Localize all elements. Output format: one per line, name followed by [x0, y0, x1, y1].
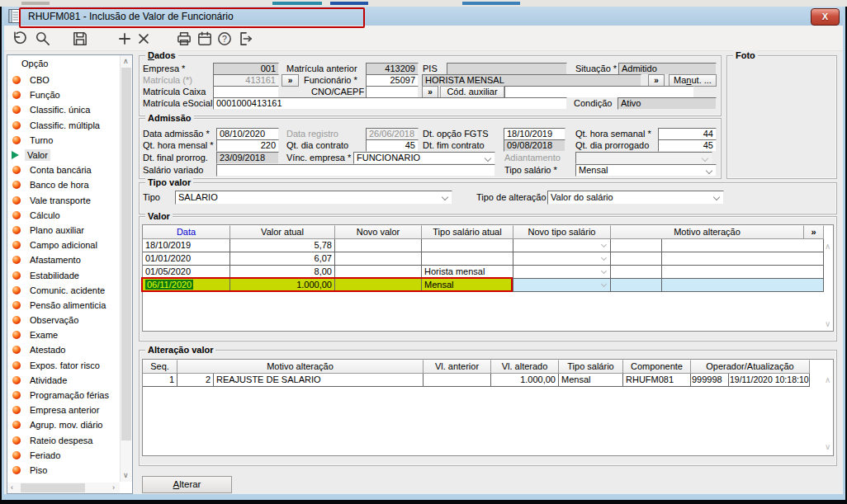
vinc-empresa-select[interactable]: FUNCIONARIO [353, 152, 495, 164]
sidebar-item-plano-auxiliar[interactable]: Plano auxiliar [8, 223, 120, 238]
cell-motivo-cod[interactable] [611, 266, 662, 279]
sidebar-item-rateio-despesa[interactable]: Rateio despesa [8, 433, 120, 448]
qt-hora-semanal-field[interactable]: 44 [658, 128, 717, 140]
sidebar-item-classific-unica[interactable]: Classific. única [8, 102, 120, 117]
matricula-field[interactable]: 413161 [213, 74, 279, 87]
valor-scroll-down-icon[interactable]: ∨ [825, 320, 830, 328]
cell-seq[interactable]: 1 [143, 374, 177, 387]
alt-header-motivo[interactable]: Motivo alteração [177, 360, 424, 374]
sidebar-item-comunic-acidente[interactable]: Comunic. acidente [8, 283, 120, 298]
data-registro-field[interactable]: 26/06/2018 [366, 128, 419, 140]
dt-fim-contrato-field[interactable]: 09/08/2018 [504, 139, 565, 152]
cod-auxiliar-header[interactable]: Cód. auxiliar [440, 86, 504, 98]
cell-motivo-cod[interactable]: 2 [177, 374, 214, 387]
alt-header-tipo-salario[interactable]: Tipo salário [559, 360, 623, 374]
valor-header-tipo-salario-atual[interactable]: Tipo salário atual [422, 225, 513, 239]
sidebar-item-classific-multipla[interactable]: Classific. múltipla [8, 118, 120, 133]
adiantamento-select[interactable] [575, 152, 712, 164]
sidebar-item-afastamento[interactable]: Afastamento [8, 252, 120, 267]
sidebar-item-atestado[interactable]: Atestado [8, 342, 120, 357]
cell-data[interactable]: 18/10/2019 [143, 239, 230, 252]
alt-header-componente[interactable]: Componente [623, 360, 691, 374]
alteracao-scroll-down-icon[interactable]: ∨ [825, 443, 830, 451]
empresa-field[interactable]: 001 [213, 63, 279, 75]
cell-motivo[interactable] [662, 252, 824, 266]
scroll-right-icon[interactable]: › [112, 484, 115, 492]
sidebar-item-conta-bancaria[interactable]: Conta bancária [8, 163, 120, 177]
alt-header-seq[interactable]: Seq. [143, 360, 177, 374]
cell-componente[interactable]: RHUFM081 [623, 374, 691, 387]
cell-atualizacao[interactable]: 19/11/2020 10:18:10 [729, 374, 810, 387]
cell-novo-valor[interactable] [335, 239, 422, 252]
valor-header-valor-atual[interactable]: Valor atual [230, 225, 335, 239]
condicao-field[interactable]: Ativo [618, 97, 717, 110]
valor-header-data[interactable]: Data [143, 225, 230, 239]
cell-motivo-cod[interactable] [611, 239, 662, 252]
sidebar-item-cbo[interactable]: CBO [8, 73, 120, 87]
valor-header-novo-valor[interactable]: Novo valor [335, 225, 422, 239]
sidebar-horizontal-scroll-thumb[interactable] [21, 483, 85, 492]
undo-icon[interactable] [11, 30, 29, 48]
funcionario-lookup-button[interactable]: » [648, 74, 665, 87]
matricula-caixa-field[interactable] [213, 86, 279, 98]
matricula-lookup-button[interactable]: » [282, 74, 299, 87]
sidebar-item-empresa-anterior[interactable]: Empresa anterior [8, 403, 120, 417]
sidebar-item-clipped[interactable] [8, 478, 120, 481]
situacao-field[interactable]: Admitido [618, 63, 717, 75]
valor-header-novo-tipo-salario[interactable]: Novo tipo salário [513, 225, 611, 239]
cell-novo-tipo-salario-select[interactable] [513, 239, 611, 252]
cno-caepf-field[interactable] [366, 86, 419, 98]
alterar-button[interactable]: Alterar [142, 476, 232, 493]
cell-vl-anterior[interactable] [424, 374, 491, 387]
save-icon[interactable] [71, 30, 89, 48]
sidebar-item-estabilidade[interactable]: Estabilidade [8, 267, 120, 282]
cell-motivo[interactable] [662, 266, 824, 279]
scroll-left-icon[interactable]: ‹ [11, 484, 13, 492]
sidebar-vertical-scroll-thumb[interactable] [121, 68, 131, 440]
search-icon[interactable] [34, 30, 52, 48]
salario-variado-field[interactable] [216, 164, 495, 177]
matricula-esocial-field[interactable]: 0001000413161 [213, 97, 567, 110]
cell-novo-tipo-salario-select[interactable] [513, 266, 611, 279]
alteracao-scroll-up-icon[interactable]: ∧ [825, 376, 830, 384]
scroll-up-icon[interactable]: ∧ [123, 58, 129, 65]
alt-header-vl-anterior[interactable]: Vl. anterior [424, 360, 491, 374]
sidebar-item-pensao-alimenticia[interactable]: Pensão alimenticia [8, 298, 120, 313]
tipo-alteracao-select[interactable]: Valor do salário [547, 191, 724, 205]
cell-valor-atual[interactable]: 5,78 [230, 239, 335, 252]
cell-novo-tipo-salario-select[interactable] [513, 252, 611, 266]
delete-icon[interactable] [135, 30, 153, 48]
sidebar-item-valor[interactable]: Valor [8, 148, 120, 163]
cell-valor-atual[interactable]: 6,07 [230, 252, 335, 266]
print-icon[interactable] [175, 30, 193, 48]
sidebar-item-atividade[interactable]: Atividade [8, 373, 120, 388]
add-icon[interactable] [116, 30, 134, 48]
valor-scroll-up-icon[interactable]: ∧ [825, 243, 830, 251]
cell-vl-alterado[interactable]: 1.000,00 [491, 374, 559, 387]
tipo-salario-select[interactable]: Mensal [575, 164, 717, 177]
cell-tipo-salario[interactable]: Mensal [559, 374, 623, 387]
alt-header-vl-alterado[interactable]: Vl. alterado [491, 360, 559, 374]
pis-field[interactable] [447, 63, 567, 75]
sidebar-item-observacao[interactable]: Observação [8, 313, 120, 327]
cod-auxiliar-field[interactable] [504, 86, 694, 98]
qt-dia-contrato-field[interactable]: 45 [366, 139, 419, 152]
cell-tipo-salario-atual[interactable] [422, 239, 513, 252]
funcionario-field[interactable]: 25097 [366, 74, 419, 87]
sidebar-item-programacao-ferias[interactable]: Programação férias [8, 388, 120, 403]
sidebar-item-banco-de-hora[interactable]: Banco de hora [8, 177, 120, 192]
data-admissao-field[interactable]: 08/10/2020 [216, 128, 279, 140]
cell-novo-valor[interactable] [335, 266, 422, 279]
close-button[interactable]: X [811, 8, 840, 26]
scroll-down-icon[interactable]: ∨ [123, 472, 129, 479]
matricula-anterior-field[interactable]: 413209 [366, 63, 419, 75]
qt-dia-prorrogado-field[interactable]: 45 [658, 139, 717, 152]
cell-data[interactable]: 01/05/2020 [143, 266, 230, 279]
cell-motivo[interactable] [662, 239, 824, 252]
cell-motivo-cod[interactable] [611, 252, 662, 266]
cell-tipo-salario-atual[interactable]: Horista mensal [422, 266, 513, 279]
cell-data[interactable]: 06/11/2020 [143, 279, 230, 292]
cell-valor-atual[interactable]: 8,00 [230, 266, 335, 279]
sidebar-item-vale-transporte[interactable]: Vale transporte [8, 193, 120, 208]
cell-tipo-salario-atual[interactable] [422, 252, 513, 266]
